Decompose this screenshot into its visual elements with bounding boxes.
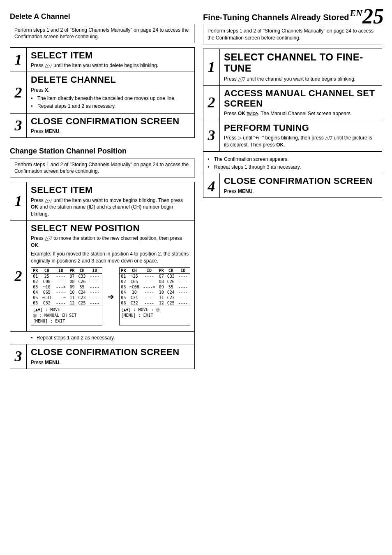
fine-step-4-heading: CLOSE CONFIRMATION SCREEN [224,176,378,186]
delete-step-3: 3 CLOSE CONFIRMATION SCREEN Press MENU. [10,114,194,137]
delete-channel-instruction: Perform steps 1 and 2 of "Storing Channe… [10,24,195,44]
change-step-2-text: Press △▽ to move the station to the new … [31,235,190,249]
change-station-steps: 1 SELECT ITEM Press △▽ until the item yo… [10,182,195,369]
change-step-3: 3 CLOSE CONFIRMATION SCREEN Press MENU. [10,344,194,368]
fine-step-3-number: 3 [203,120,220,151]
right-column: Fine-Tuning Channels Already Stored Perf… [203,12,382,369]
table-before-h3: ID [54,268,68,274]
delete-bullet-1: The item directly beneath the cancelled … [31,95,190,102]
fine-tuning-steps: 1 SELECT CHANNEL TO FINE-TUNE Press △▽ u… [203,49,382,198]
table-after-h6: ID [176,268,190,274]
fine-step-1-number: 1 [203,49,220,85]
fine-step-4-text: Press MENU. [224,188,378,195]
table-after-h1: PR [120,268,128,274]
table-after-h4: PR [157,268,166,274]
table-after-h3: ID [141,268,157,274]
change-step-1-content: SELECT ITEM Press △▽ until the item you … [27,182,194,220]
change-step-1: 1 SELECT ITEM Press △▽ until the item yo… [10,182,194,221]
change-step-1-number: 1 [10,182,27,220]
change-step-2-content: SELECT NEW POSITION Press △▽ to move the… [27,221,194,331]
fine-after-step3: The Confirmation screen appears. Repeat … [203,151,382,173]
change-station-instruction: Perform steps 1 and 2 of "Storing Channe… [10,158,195,178]
channel-tables-area: PR CH ID PR CH ID [31,267,190,325]
fine-tuning-section: Fine-Tuning Channels Already Stored Perf… [203,12,382,198]
fine-step-1-heading: SELECT CHANNEL TO FINE-TUNE [224,51,378,74]
table-before-legend: [▲▼] : MOVE ㊙ : MANUAL CH SET [MENU] : E… [31,306,102,325]
table-after: PR CH ID PR CH ID [119,267,191,325]
table-before: PR CH ID PR CH ID [31,267,102,325]
delete-step-3-content: CLOSE CONFIRMATION SCREEN Press MENU. [27,114,194,137]
change-step-2-number: 2 [10,221,27,331]
fine-step-2-text: Press OK twice. The Manual Channel Set s… [224,110,378,117]
delete-channel-steps: 1 SELECT ITEM Press △▽ until the item yo… [10,47,195,138]
change-step-2-example: Example: If you moved the station in pos… [31,251,190,265]
fine-step-4: 4 CLOSE CONFIRMATION SCREEN Press MENU. [203,173,382,197]
change-step-1-heading: SELECT ITEM [31,185,190,195]
delete-step-2: 2 DELETE CHANNEL Press X. The item direc… [10,72,194,114]
table-row: 03~C08---->0955---- [120,284,190,290]
fine-step-2-content: ACCESS MANUAL CHANNEL SET SCREEN Press O… [220,86,382,120]
fine-step-3: 3 PERFORM TUNING Press ▷ until "+/–" beg… [203,120,382,151]
table-row: 05~C31---~11C23---- [31,295,102,300]
fine-step-2-heading: ACCESS MANUAL CHANNEL SET SCREEN [224,88,378,109]
change-station-title: Change Station Channel Position [10,147,195,156]
table-after-h5: CH [166,268,176,274]
fine-after-bullets: The Confirmation screen appears. Repeat … [208,156,378,171]
table-before-h1: PR [31,268,40,274]
change-step-3-text: Press MENU. [31,359,190,366]
delete-step-3-number: 3 [10,114,27,137]
change-step-2: 2 SELECT NEW POSITION Press △▽ to move t… [10,221,194,332]
arrow-icon: ➔ [106,267,116,325]
delete-step-2-content: DELETE CHANNEL Press X. The item directl… [27,72,194,113]
change-station-section: Change Station Channel Position Perform … [10,147,195,369]
delete-step-2-number: 2 [10,72,27,113]
repeat-note-text: Repeat steps 1 and 2 as necessary. [31,333,190,342]
table-row: 02C08----08C26---- [31,279,102,284]
page-number: EN25 [350,4,384,28]
delete-step-2-bullets: The item directly beneath the cancelled … [31,95,190,110]
fine-step-3-text: Press ▷ until "+/–" begins blinking, the… [224,135,378,149]
table-before-h2: CH [40,268,54,274]
table-row: 01~25----07C33---- [120,274,190,279]
change-step-2-heading: SELECT NEW POSITION [31,223,190,233]
delete-channel-section: Delete A Channel Perform steps 1 and 2 o… [10,12,195,138]
table-row: 06C32----12C25---- [120,300,190,306]
delete-step-3-text: Press MENU. [31,128,190,135]
delete-step-1-heading: SELECT ITEM [31,50,190,60]
change-step-3-number: 3 [10,344,27,368]
table-before-h5: CH [76,268,88,274]
table-row: 0410----10C24---- [120,290,190,295]
fine-step-3-content: PERFORM TUNING Press ▷ until "+/–" begin… [220,120,382,151]
change-step-3-content: CLOSE CONFIRMATION SCREEN Press MENU. [27,344,194,368]
delete-step-1-text: Press △▽ until the item you want to dele… [31,62,190,69]
table-before-h6: ID [88,268,101,274]
fine-step-3-heading: PERFORM TUNING [224,123,378,133]
fine-step-1-text: Press △▽ until the channel you want to t… [224,76,378,83]
delete-bullet-2: Repeat steps 1 and 2 as necessary. [31,103,190,110]
table-row: 03~10--->0955---- [31,284,102,290]
table-after-legend: [▲▼] : MOVE → ㊙ [MENU] : EXIT [120,306,190,319]
left-column: Delete A Channel Perform steps 1 and 2 o… [10,12,195,369]
en-label: EN [350,8,362,18]
fine-step-1-content: SELECT CHANNEL TO FINE-TUNE Press △▽ unt… [220,49,382,85]
table-row: 06C32----12C25---- [31,300,102,306]
fine-step-4-number: 4 [203,173,220,197]
delete-step-1-content: SELECT ITEM Press △▽ until the item you … [27,48,194,72]
delete-step-2-heading: DELETE CHANNEL [31,74,190,85]
fine-step-2: 2 ACCESS MANUAL CHANNEL SET SCREEN Press… [203,86,382,120]
fine-step-4-content: CLOSE CONFIRMATION SCREEN Press MENU. [220,173,382,197]
table-row: 02C65----08C26---- [120,279,190,284]
fine-after-bullet-2: Repeat steps 1 through 3 as necessary. [208,164,378,171]
table-after-h2: CH [127,268,141,274]
delete-step-2-text: Press X. [31,87,190,94]
fine-after-bullet-1: The Confirmation screen appears. [208,156,378,163]
change-repeat-note: Repeat steps 1 and 2 as necessary. [10,332,194,344]
table-row: 04C65---~10C24---- [31,290,102,295]
table-before-h4: PR [68,268,76,274]
delete-channel-title: Delete A Channel [10,12,195,21]
table-row: 05C31----11C23---- [120,295,190,300]
delete-step-1-number: 1 [10,48,27,72]
change-step-3-heading: CLOSE CONFIRMATION SCREEN [31,347,190,357]
delete-step-3-heading: CLOSE CONFIRMATION SCREEN [31,116,190,126]
table-row: 0125----07C33---- [31,274,102,279]
